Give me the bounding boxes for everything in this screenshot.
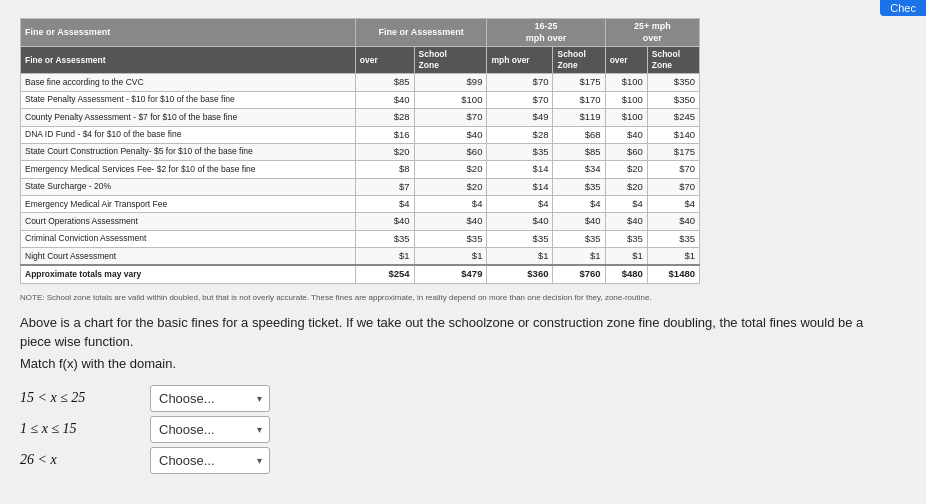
- table-cell: $760: [553, 265, 605, 283]
- table-cell: Emergency Medical Services Fee- $2 for $…: [21, 161, 356, 178]
- table-cell: State Penalty Assessment - $10 for $10 o…: [21, 91, 356, 108]
- table-cell: $35: [605, 230, 647, 247]
- table-cell: $4: [553, 195, 605, 212]
- table-cell: $60: [605, 143, 647, 160]
- fines-table: Fine or Assessment Fine or Assessment 16…: [20, 18, 700, 284]
- domain-rows: 15 < x ≤ 25 Choose... $360 $254 $480 ▾ 1…: [20, 385, 906, 476]
- domain-label-1: 15 < x ≤ 25: [20, 390, 140, 406]
- table-cell: Approximate totals may vary: [21, 265, 356, 283]
- table-cell: $40: [355, 91, 414, 108]
- table-cell: $4: [487, 195, 553, 212]
- table-cell: $254: [355, 265, 414, 283]
- table-cell: $16: [355, 126, 414, 143]
- table-cell: Criminal Conviction Assessment: [21, 230, 356, 247]
- table-cell: $70: [414, 109, 487, 126]
- table-cell: $245: [647, 109, 699, 126]
- table-cell: $100: [605, 74, 647, 91]
- subheader-school2: SchoolZone: [553, 47, 605, 74]
- table-cell: $35: [355, 230, 414, 247]
- table-cell: $4: [647, 195, 699, 212]
- subheader-norm2: mph over: [487, 47, 553, 74]
- table-cell: $68: [553, 126, 605, 143]
- match-text: Match f(x) with the domain.: [20, 356, 906, 371]
- col-header-115: Fine or Assessment: [355, 19, 487, 47]
- table-cell: $4: [414, 195, 487, 212]
- table-cell: $100: [414, 91, 487, 108]
- table-cell: $479: [414, 265, 487, 283]
- table-cell: $85: [553, 143, 605, 160]
- table-cell: $40: [553, 213, 605, 230]
- choose-wrapper-3[interactable]: Choose... $360 $254 $480 ▾: [150, 447, 270, 474]
- table-cell: $1: [487, 247, 553, 265]
- table-cell: $35: [487, 230, 553, 247]
- table-cell: $100: [605, 91, 647, 108]
- table-cell: $20: [414, 178, 487, 195]
- table-cell: $40: [487, 213, 553, 230]
- subheader-school3: SchoolZone: [647, 47, 699, 74]
- table-cell: $119: [553, 109, 605, 126]
- choose-select-2[interactable]: Choose... $360 $254 $480: [150, 416, 270, 443]
- table-cell: $175: [553, 74, 605, 91]
- table-cell: County Penalty Assessment - $7 for $10 o…: [21, 109, 356, 126]
- table-cell: $1: [355, 247, 414, 265]
- choose-select-1[interactable]: Choose... $360 $254 $480: [150, 385, 270, 412]
- table-cell: $360: [487, 265, 553, 283]
- table-cell: $140: [647, 126, 699, 143]
- table-cell: $1: [605, 247, 647, 265]
- table-cell: $99: [414, 74, 487, 91]
- table-cell: $350: [647, 91, 699, 108]
- table-cell: Base fine according to the CVC: [21, 74, 356, 91]
- note-text: NOTE: School zone totals are valid withi…: [20, 292, 700, 303]
- subheader-norm1: over: [355, 47, 414, 74]
- table-cell: $40: [414, 126, 487, 143]
- table-cell: $28: [487, 126, 553, 143]
- subheader-school1: SchoolZone: [414, 47, 487, 74]
- table-cell: $85: [355, 74, 414, 91]
- table-cell: $20: [605, 178, 647, 195]
- subheader-norm3: over: [605, 47, 647, 74]
- table-cell: $350: [647, 74, 699, 91]
- table-cell: $35: [553, 230, 605, 247]
- table-cell: $70: [487, 91, 553, 108]
- choose-wrapper-2[interactable]: Choose... $360 $254 $480 ▾: [150, 416, 270, 443]
- domain-row-1: 15 < x ≤ 25 Choose... $360 $254 $480 ▾: [20, 385, 906, 412]
- table-cell: State Surcharge - 20%: [21, 178, 356, 195]
- table-cell: $28: [355, 109, 414, 126]
- table-cell: $40: [605, 213, 647, 230]
- table-cell: $35: [487, 143, 553, 160]
- table-cell: $7: [355, 178, 414, 195]
- choose-select-3[interactable]: Choose... $360 $254 $480: [150, 447, 270, 474]
- table-cell: Night Court Assessment: [21, 247, 356, 265]
- table-cell: $1480: [647, 265, 699, 283]
- choose-wrapper-1[interactable]: Choose... $360 $254 $480 ▾: [150, 385, 270, 412]
- table-cell: $40: [355, 213, 414, 230]
- table-cell: $35: [414, 230, 487, 247]
- table-cell: $175: [647, 143, 699, 160]
- table-cell: Emergency Medical Air Transport Fee: [21, 195, 356, 212]
- table-cell: $100: [605, 109, 647, 126]
- table-cell: $35: [553, 178, 605, 195]
- table-cell: Court Operations Assessment: [21, 213, 356, 230]
- subheader-fine: Fine or Assessment: [21, 47, 356, 74]
- table-cell: State Court Construction Penalty- $5 for…: [21, 143, 356, 160]
- table-cell: $1: [647, 247, 699, 265]
- table-cell: $70: [647, 178, 699, 195]
- table-cell: $480: [605, 265, 647, 283]
- table-cell: $1: [414, 247, 487, 265]
- table-cell: $20: [605, 161, 647, 178]
- table-cell: $70: [487, 74, 553, 91]
- domain-row-3: 26 < x Choose... $360 $254 $480 ▾: [20, 447, 906, 474]
- top-bar-label: Chec: [880, 0, 926, 16]
- col-header-25plus: 25+ mphover: [605, 19, 699, 47]
- table-cell: $60: [414, 143, 487, 160]
- table-cell: $20: [355, 143, 414, 160]
- table-cell: $49: [487, 109, 553, 126]
- table-cell: $170: [553, 91, 605, 108]
- table-cell: $34: [553, 161, 605, 178]
- domain-label-2: 1 ≤ x ≤ 15: [20, 421, 140, 437]
- table-cell: $8: [355, 161, 414, 178]
- table-cell: $1: [553, 247, 605, 265]
- table-cell: $20: [414, 161, 487, 178]
- domain-row-2: 1 ≤ x ≤ 15 Choose... $360 $254 $480 ▾: [20, 416, 906, 443]
- table-cell: $14: [487, 161, 553, 178]
